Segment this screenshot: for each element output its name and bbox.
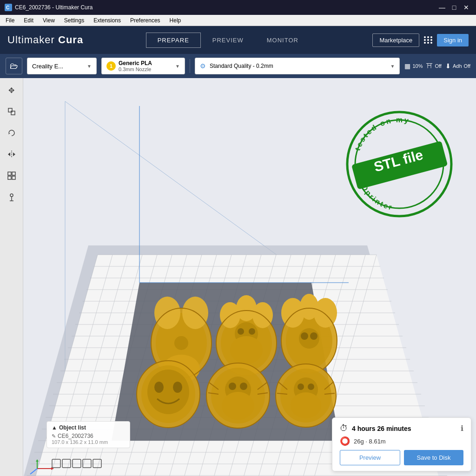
minimize-button[interactable]: — bbox=[437, 2, 447, 13]
svg-point-111 bbox=[298, 383, 304, 390]
quality-select[interactable]: ⚙ Standard Quality - 0.2mm ▼ bbox=[195, 58, 400, 74]
title-bar: C CE6_2002736 - Ultimaker Cura — □ ✕ bbox=[0, 0, 476, 15]
grid-icon[interactable] bbox=[424, 36, 432, 44]
material-text: Generic PLA 0.3mm Nozzle bbox=[119, 60, 172, 72]
signin-button[interactable]: Sign in bbox=[437, 34, 469, 46]
svg-rect-11 bbox=[12, 176, 15, 179]
menu-settings[interactable]: Settings bbox=[62, 16, 86, 25]
logo-bold: Cura bbox=[58, 34, 83, 46]
support-icon: ⛩ bbox=[426, 62, 433, 70]
object-list-item[interactable]: ✎ CE6_2002736 bbox=[52, 433, 125, 439]
infill-value: 10% bbox=[412, 63, 423, 69]
svg-point-85 bbox=[314, 298, 337, 328]
svg-point-69 bbox=[174, 336, 188, 350]
maximize-button[interactable]: □ bbox=[449, 2, 459, 13]
svg-marker-7 bbox=[13, 152, 15, 156]
svg-rect-3 bbox=[11, 111, 15, 115]
close-button[interactable]: ✕ bbox=[461, 2, 471, 13]
adhesion-label: Adh bbox=[453, 63, 462, 69]
clock-icon: ⏱ bbox=[340, 423, 348, 433]
header-right: Marketplace Sign in bbox=[372, 33, 469, 47]
menu-file[interactable]: File bbox=[4, 16, 16, 25]
print-info-panel: ⏱ 4 hours 26 minutes ℹ ⭕ 26g · 8.61m Pre… bbox=[332, 417, 471, 471]
svg-point-101 bbox=[240, 383, 247, 390]
printer-select[interactable]: Creality E... ▼ bbox=[27, 58, 97, 74]
svg-point-66 bbox=[154, 297, 180, 329]
window-controls: — □ ✕ bbox=[437, 2, 471, 13]
preview-button[interactable]: Preview bbox=[340, 450, 400, 465]
material-chevron: ▼ bbox=[175, 64, 180, 69]
print-weight: 26g · 8.61m bbox=[354, 438, 386, 445]
svg-text:C: C bbox=[6, 5, 9, 10]
object-name: CE6_2002736 bbox=[58, 433, 93, 439]
svg-point-94 bbox=[173, 382, 182, 393]
quality-label: Standard Quality - 0.2mm bbox=[210, 63, 387, 69]
main-area: ✥ bbox=[0, 78, 476, 476]
svg-point-99 bbox=[222, 392, 254, 420]
svg-point-87 bbox=[301, 332, 308, 340]
menu-edit[interactable]: Edit bbox=[22, 16, 35, 25]
left-sidebar: ✥ bbox=[0, 78, 23, 476]
menu-bar: File Edit View Settings Extensions Prefe… bbox=[0, 15, 476, 26]
time-row: ⏱ 4 hours 26 minutes ℹ bbox=[340, 423, 463, 433]
stl-watermark: tested on my STL file 3Dprinter bbox=[341, 106, 457, 222]
mirror-tool-button[interactable] bbox=[4, 147, 19, 162]
toolbar: 🗁 Creality E... ▼ 1 Generic PLA 0.3mm No… bbox=[0, 54, 476, 78]
menu-view[interactable]: View bbox=[41, 16, 57, 25]
header-bar: Ultimaker Cura PREPARE PREVIEW MONITOR M… bbox=[0, 26, 476, 54]
svg-point-110 bbox=[291, 392, 321, 418]
svg-point-88 bbox=[310, 332, 317, 340]
tab-prepare[interactable]: PREPARE bbox=[146, 33, 201, 48]
viewport[interactable]: tested on my STL file 3Dprinter ▲ Object… bbox=[23, 78, 476, 476]
support-tool-button[interactable] bbox=[4, 190, 19, 205]
svg-rect-9 bbox=[12, 172, 15, 175]
info-icon[interactable]: ℹ bbox=[461, 424, 463, 433]
object-list-panel: ▲ Object list ✎ CE6_2002736 107.0 x 136.… bbox=[46, 421, 130, 448]
tab-monitor[interactable]: MONITOR bbox=[255, 33, 310, 48]
object-list-title: ▲ Object list bbox=[52, 424, 125, 431]
svg-marker-6 bbox=[8, 152, 10, 156]
collapse-icon[interactable]: ▲ bbox=[52, 424, 57, 431]
move-tool-button[interactable]: ✥ bbox=[4, 83, 19, 98]
tab-preview[interactable]: PREVIEW bbox=[201, 33, 255, 48]
logo-light: Ultimaker bbox=[7, 34, 58, 46]
object-list-label: Object list bbox=[59, 424, 86, 431]
svg-point-78 bbox=[238, 328, 244, 335]
adhesion-value: Off bbox=[464, 63, 470, 69]
toolbar-divider bbox=[190, 59, 190, 73]
app-logo: Ultimaker Cura bbox=[7, 34, 83, 46]
svg-point-112 bbox=[308, 383, 314, 390]
per-model-tool-button[interactable] bbox=[4, 168, 19, 183]
scale-tool-button[interactable] bbox=[4, 104, 19, 119]
svg-marker-4 bbox=[8, 133, 10, 134]
svg-point-100 bbox=[229, 383, 236, 390]
window-title: CE6_2002736 - Ultimaker Cura bbox=[15, 4, 93, 11]
support-value: Off bbox=[435, 63, 441, 69]
menu-help[interactable]: Help bbox=[168, 16, 183, 25]
title-bar-title-area: C CE6_2002736 - Ultimaker Cura bbox=[5, 4, 93, 11]
svg-point-93 bbox=[154, 382, 164, 393]
support-item[interactable]: ⛩ Off bbox=[426, 62, 441, 70]
printer-name: Creality E... bbox=[32, 63, 84, 70]
infill-icon: ▦ bbox=[404, 62, 410, 70]
menu-extensions[interactable]: Extensions bbox=[92, 16, 123, 25]
svg-point-12 bbox=[10, 194, 13, 197]
material-select[interactable]: 1 Generic PLA 0.3mm Nozzle ▼ bbox=[101, 58, 185, 74]
menu-preferences[interactable]: Preferences bbox=[128, 16, 162, 25]
printer-chevron: ▼ bbox=[87, 64, 92, 69]
edit-icon: ✎ bbox=[52, 433, 56, 439]
rotate-tool-button[interactable] bbox=[4, 126, 19, 140]
svg-text:tested on my: tested on my bbox=[353, 116, 410, 152]
marketplace-button[interactable]: Marketplace bbox=[372, 33, 419, 47]
toolbar-right: ▦ 10% ⛩ Off ⬇ Adh Off bbox=[404, 62, 470, 70]
svg-rect-2 bbox=[8, 108, 12, 112]
infill-item[interactable]: ▦ 10% bbox=[404, 62, 423, 70]
open-folder-button[interactable]: 🗁 bbox=[6, 58, 22, 74]
adhesion-item[interactable]: ⬇ Adh Off bbox=[445, 62, 470, 70]
svg-point-77 bbox=[230, 336, 263, 364]
save-to-disk-button[interactable]: Save to Disk bbox=[404, 450, 463, 465]
print-time: 4 hours 26 minutes bbox=[352, 425, 457, 432]
action-buttons: Preview Save to Disk bbox=[340, 450, 463, 465]
nav-tabs: PREPARE PREVIEW MONITOR bbox=[93, 33, 363, 48]
object-dimensions: 107.0 x 136.2 x 11.0 mm bbox=[52, 439, 125, 445]
